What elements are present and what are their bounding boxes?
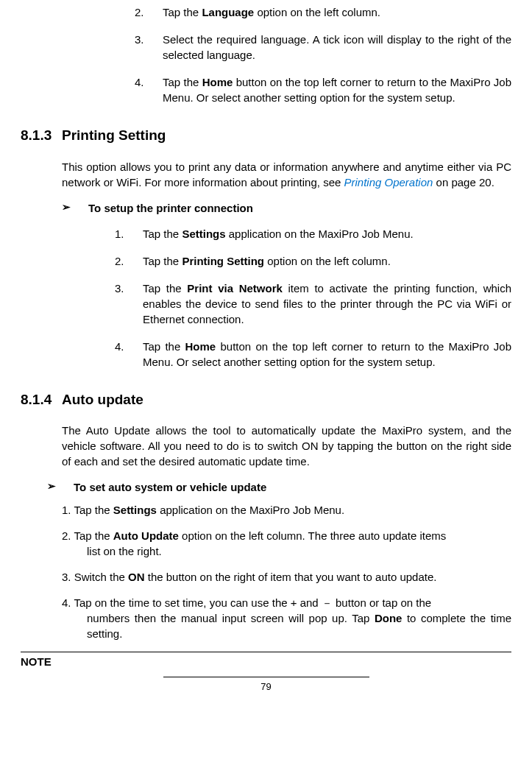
heading-number: 8.1.4: [21, 390, 62, 410]
list-body: Tap the Settings application on the Maxi…: [143, 226, 511, 242]
bold-term: Settings: [182, 228, 225, 240]
list-number: 4.: [135, 74, 163, 105]
list-item: 3. Select the required language. A tick …: [135, 32, 511, 63]
list-item: 2. Tap the Printing Setting option on th…: [115, 253, 511, 269]
bold-term: ON: [128, 571, 145, 583]
list-number: 3.: [115, 281, 143, 327]
text: Tap the: [163, 6, 202, 18]
text: Tap the: [143, 340, 185, 353]
list-item: 1. Tap the Settings application on the M…: [62, 502, 511, 518]
list-body: Tap the Home button on the top left corn…: [143, 339, 511, 370]
text: option on the left column.: [264, 255, 391, 267]
horizontal-rule: [21, 652, 511, 652]
heading-title: Auto update: [62, 390, 143, 410]
list-item: 3. Tap the Print via Network item to act…: [115, 281, 511, 327]
text: on page 20.: [433, 176, 494, 188]
heading-8-1-4: 8.1.4 Auto update: [21, 390, 511, 410]
text: 4. Tap on the time to set time, you can …: [62, 596, 431, 609]
cross-reference-link[interactable]: Printing Operation: [344, 176, 433, 188]
procedure-title: To setup the printer connection: [88, 200, 253, 216]
text: Tap the: [163, 76, 202, 88]
bold-term: Done: [375, 612, 402, 624]
ordered-steps: 1. Tap the Settings application on the M…: [21, 502, 511, 641]
list-body: Select the required language. A tick ico…: [163, 32, 511, 63]
list-item: 2. Tap the Language option on the left c…: [135, 4, 511, 20]
bold-term: Home: [202, 76, 233, 88]
list-body: Tap the Printing Setting option on the l…: [143, 253, 511, 269]
document-page: 2. Tap the Language option on the left c…: [0, 0, 532, 779]
list-number: 1.: [115, 226, 143, 242]
text: option on the left column.: [254, 6, 380, 18]
text: application on the MaxiPro Job Menu.: [157, 504, 344, 516]
bold-term: Home: [185, 340, 216, 353]
note-label: NOTE: [21, 654, 511, 669]
continued-ordered-list: 2. Tap the Language option on the left c…: [21, 4, 511, 105]
paragraph: This option allows you to print any data…: [21, 159, 511, 190]
procedure-title: To set auto system or vehicle update: [74, 479, 266, 495]
text-continuation: list on the right.: [62, 543, 511, 559]
text: Tap the: [143, 282, 187, 295]
text: 3. Switch the: [62, 571, 128, 583]
bold-term: Settings: [113, 504, 157, 516]
list-item: 2. Tap the Auto Update option on the lef…: [62, 528, 511, 559]
bold-term: Language: [202, 6, 254, 18]
heading-8-1-3: 8.1.3 Printing Setting: [21, 126, 511, 146]
list-number: 2.: [135, 4, 163, 20]
triangle-bullet-icon: ➢: [47, 479, 74, 495]
bold-term: Print via Network: [187, 282, 283, 295]
text: option on the left column. The three aut…: [179, 529, 446, 542]
heading-title: Printing Setting: [62, 126, 166, 146]
page-number: 79: [21, 677, 511, 694]
triangle-bullet-icon: ➢: [62, 200, 88, 216]
text: 2. Tap the: [62, 529, 113, 542]
list-item: 4. Tap on the time to set time, you can …: [62, 595, 511, 641]
list-number: 2.: [115, 253, 143, 269]
list-item: 4. Tap the Home button on the top left c…: [115, 339, 511, 370]
text: numbers then the manual input screen wil…: [87, 612, 375, 624]
paragraph: The Auto Update allows the tool to autom…: [21, 423, 511, 469]
list-item: 1. Tap the Settings application on the M…: [115, 226, 511, 242]
text-continuation: numbers then the manual input screen wil…: [62, 610, 511, 641]
heading-number: 8.1.3: [21, 126, 62, 146]
list-number: 3.: [135, 32, 163, 63]
text: application on the MaxiPro Job Menu.: [226, 228, 414, 240]
list-body: Tap the Print via Network item to activa…: [143, 281, 511, 327]
list-item: 4. Tap the Home button on the top left c…: [135, 74, 511, 105]
list-body: Tap the Home button on the top left corn…: [163, 74, 511, 105]
ordered-steps: 1. Tap the Settings application on the M…: [21, 226, 511, 370]
text: the button on the right of item that you…: [145, 571, 437, 583]
bold-term: Auto Update: [113, 529, 179, 542]
text: 1. Tap the: [62, 504, 113, 516]
text: Tap the: [143, 228, 182, 240]
bold-term: Printing Setting: [182, 255, 264, 267]
procedure-heading: ➢ To set auto system or vehicle update: [21, 479, 511, 495]
list-item: 3. Switch the ON the button on the right…: [62, 569, 511, 585]
text: Tap the: [143, 255, 182, 267]
list-body: Tap the Language option on the left colu…: [163, 4, 511, 20]
procedure-heading: ➢ To setup the printer connection: [21, 200, 511, 216]
list-number: 4.: [115, 339, 143, 370]
